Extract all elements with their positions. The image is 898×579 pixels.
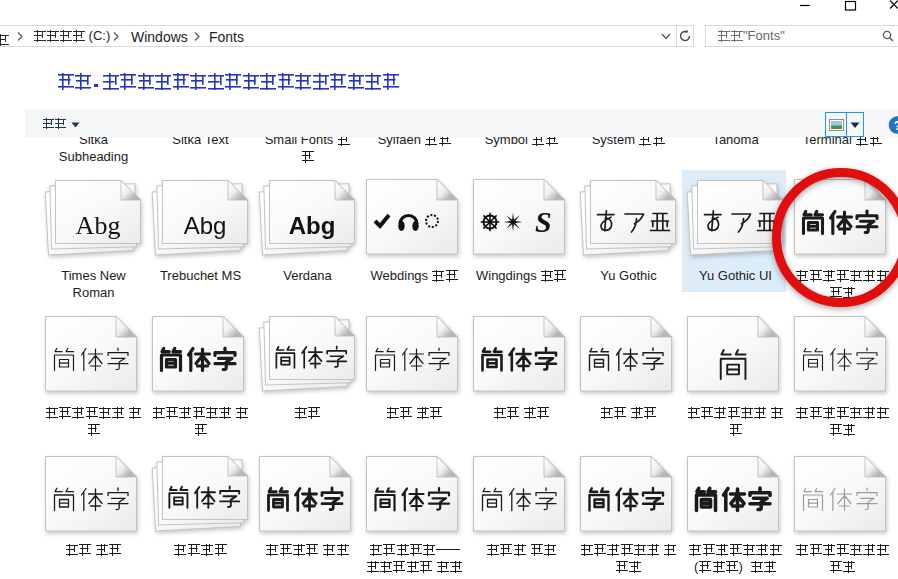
svg-text:Abg: Abg <box>76 211 121 240</box>
svg-text:?: ? <box>894 119 898 133</box>
svg-text:Abg: Abg <box>289 212 336 239</box>
svg-text:Abg: Abg <box>184 212 227 239</box>
svg-text:S: S <box>535 205 552 238</box>
